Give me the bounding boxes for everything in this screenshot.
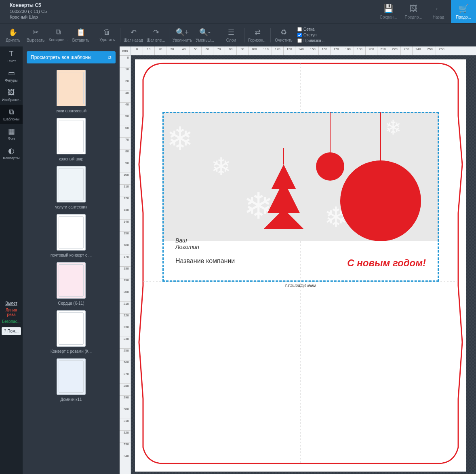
snap-checkbox[interactable]: Привязка ... [297, 38, 326, 43]
greeting-text[interactable]: С новым годом! [347, 257, 426, 269]
design-canvas[interactable]: ❄ ❄ ❄ ❄ ❄ ВашЛог [135, 59, 466, 472]
cutline-link[interactable]: Линия реза [0, 307, 23, 318]
template-item[interactable]: красный шар [57, 118, 86, 161]
ruler-tick: 150 [120, 231, 131, 243]
ruler-tick: 180 [342, 46, 354, 55]
cart-icon: 🛒 [459, 4, 469, 13]
ruler-tick: 290 [120, 395, 131, 407]
preview-button[interactable]: 🖼 Предпр... [401, 0, 426, 23]
app-header: Конверты С5 160x230 (К-11) С5 Красный Ша… [0, 0, 476, 23]
scissors-icon: ✂ [33, 28, 39, 37]
template-item[interactable]: Домики к11 [57, 358, 86, 402]
separator [244, 28, 244, 42]
template-thumbnail [57, 214, 86, 251]
ruler-tick: 70 [213, 46, 225, 55]
ruler-tick: 70 [120, 137, 131, 149]
template-item[interactable]: услуги сантехник [55, 166, 87, 209]
paste-tool[interactable]: 📋Вставить [70, 25, 92, 45]
ruler-tick: 60 [201, 46, 213, 55]
ruler-tick: 250 [120, 348, 131, 360]
ruler-tick: 140 [295, 46, 307, 55]
grid-checkbox[interactable]: Сетка [297, 27, 326, 32]
ruler-tick: 140 [120, 219, 131, 231]
company-name-field[interactable]: Название компании [175, 257, 235, 265]
move-tool[interactable]: ✋Двигать [2, 25, 24, 45]
ruler-tick: 210 [377, 46, 389, 55]
continue-label: Продо... [456, 15, 471, 19]
canvas-area[interactable]: mm 0102030405060708090100110120130140150… [120, 46, 476, 474]
templates-panel: Просмотреть все шаблоны ⧉ елки оранжевый… [23, 46, 120, 474]
nav-background[interactable]: ▦Фон [0, 124, 23, 143]
header-actions: 💾 Сохран... 🖼 Предпр... ← Назад 🛒 Продо.… [376, 0, 476, 23]
ruler-tick: 200 [365, 46, 377, 55]
ruler-tick: 190 [354, 46, 365, 55]
ruler-tick: 160 [318, 46, 330, 55]
toolbar: ✋Двигать ✂Вырезать ⧉Копиров... 📋Вставить… [0, 23, 476, 46]
ruler-tick: 330 [120, 442, 131, 454]
nav-images[interactable]: 🖼Изображе.. [0, 85, 23, 105]
margin-checkbox[interactable]: Отступ [297, 33, 326, 37]
trash-icon: 🗑 [103, 28, 111, 36]
save-icon: 💾 [383, 4, 394, 13]
browse-templates-button[interactable]: Просмотреть все шаблоны ⧉ [27, 51, 116, 63]
template-label: Сердца (К-11) [58, 301, 84, 305]
left-nav: TТекст ▭Фигуры 🖼Изображе.. ⧉Шаблоны ▦Фон… [0, 46, 23, 474]
ruler-tick: 240 [120, 337, 131, 348]
help-button[interactable]: ? Пом... [2, 327, 21, 335]
template-thumbnail [57, 358, 86, 395]
zoom-in-tool[interactable]: 🔍+Увеличить [171, 25, 194, 45]
save-label: Сохран... [380, 15, 397, 19]
site-url[interactable]: www.sitename.ru [285, 284, 316, 288]
undo-icon: ↶ [131, 28, 137, 37]
ruler-tick: 90 [236, 46, 248, 55]
nav-cliparts[interactable]: ◐Клипарты [0, 143, 23, 163]
undo-tool[interactable]: ↶Шаг назад [122, 25, 145, 45]
template-item[interactable]: елки оранжевый [56, 70, 86, 113]
nav-templates[interactable]: ⧉Шаблоны [0, 105, 23, 124]
template-label: елки оранжевый [56, 109, 86, 113]
envelope-design: ❄ ❄ ❄ ❄ ❄ ВашЛог [135, 59, 466, 472]
flip-tool[interactable]: ⇄Горизон... [246, 25, 269, 45]
ruler-tick: 170 [120, 255, 131, 266]
bleed-link[interactable]: Вылет [0, 300, 23, 307]
ruler-tick: 10 [120, 67, 131, 79]
templates-icon: ⧉ [9, 108, 14, 116]
template-item[interactable]: Конверт с розами (К... [51, 310, 92, 354]
ruler-tick: 20 [154, 46, 166, 55]
template-thumbnail [57, 310, 86, 347]
clear-tool[interactable]: ♻Очистить [272, 25, 295, 45]
save-button[interactable]: 💾 Сохран... [376, 0, 401, 23]
back-button[interactable]: ← Назад [426, 0, 451, 23]
copy-icon: ⧉ [56, 28, 61, 36]
logo-placeholder[interactable]: ВашЛоготип [175, 237, 199, 250]
layers-tool[interactable]: ☰Слои [220, 25, 242, 45]
separator [270, 28, 271, 42]
cut-tool[interactable]: ✂Вырезать [24, 25, 47, 45]
ruler-tick: 300 [120, 407, 131, 419]
ruler-tick: 220 [120, 313, 131, 325]
ruler-tick: 90 [120, 161, 131, 173]
nav-shapes[interactable]: ▭Фигуры [0, 66, 23, 85]
ruler-tick: 210 [120, 301, 131, 313]
template-thumbnail [57, 118, 86, 154]
ruler-tick: 120 [272, 46, 283, 55]
copy-tool[interactable]: ⧉Копиров... [47, 25, 70, 45]
nav-text[interactable]: TТекст [0, 46, 23, 66]
template-item[interactable]: почтовый конверт с ... [51, 214, 92, 257]
redo-tool[interactable]: ↷Шаг впе... [145, 25, 167, 45]
zoom-in-icon: 🔍+ [176, 28, 189, 37]
template-list: елки оранжевыйкрасный шаруслуги сантехни… [27, 70, 116, 404]
safe-link[interactable]: Безопас... [0, 318, 23, 325]
template-thumbnail [57, 70, 86, 106]
delete-tool[interactable]: 🗑Удалить [96, 25, 118, 45]
ruler-tick: 80 [120, 149, 131, 161]
ruler-tick: 110 [120, 184, 131, 196]
template-item[interactable]: Сердца (К-11) [57, 262, 86, 305]
separator [218, 28, 218, 42]
hand-icon: ✋ [8, 28, 17, 37]
ruler-tick: 240 [412, 46, 424, 55]
continue-button[interactable]: 🛒 Продо... [451, 0, 476, 23]
template-thumbnail [57, 262, 86, 299]
preview-label: Предпр... [404, 15, 422, 19]
zoom-out-tool[interactable]: 🔍-Уменьш... [194, 25, 216, 45]
